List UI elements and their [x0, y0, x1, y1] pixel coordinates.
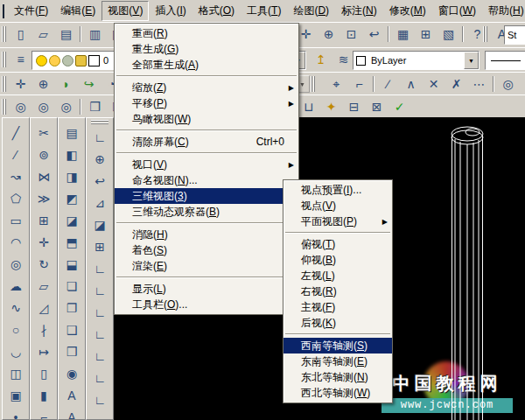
- toolbar-grip[interactable]: [2, 99, 6, 115]
- make-layer-current-icon[interactable]: ↥: [310, 49, 332, 70]
- ucs-z-icon[interactable]: ∟: [88, 367, 111, 388]
- save-file-icon[interactable]: ▤: [55, 24, 77, 45]
- menu-item-消隐[interactable]: 消隐(H): [115, 227, 298, 242]
- menubar-item-i[interactable]: 插入(I): [149, 1, 192, 21]
- menu-item-主视[interactable]: 主视(F): [284, 299, 392, 315]
- clean-icon[interactable]: ✦: [320, 96, 342, 117]
- toolbar-grip[interactable]: [2, 26, 6, 42]
- view-se-iso-icon[interactable]: ❐: [60, 297, 83, 318]
- view-right-icon[interactable]: ◪: [60, 209, 83, 231]
- layer-on-icon[interactable]: [36, 55, 47, 66]
- menu-item-鸟瞰视图[interactable]: 鸟瞰视图(W): [115, 111, 298, 127]
- snap-quadrant-icon[interactable]: ◇: [520, 74, 525, 94]
- ucs-3point-icon[interactable]: ∟: [88, 301, 111, 323]
- menu-item-清除屏幕[interactable]: 清除屏幕(C)Ctrl+0: [115, 134, 298, 150]
- color-combo[interactable]: ByLayer ▼: [353, 51, 480, 70]
- separate-icon[interactable]: ⊟: [343, 96, 365, 117]
- view-bottom-icon[interactable]: ◨: [60, 165, 83, 187]
- snap-endpoint-icon[interactable]: ∕: [377, 74, 399, 94]
- menubar-item-o[interactable]: 格式(O): [192, 1, 241, 21]
- construction-line-icon[interactable]: ⁄: [4, 144, 27, 165]
- menu-item-工具栏[interactable]: 工具栏(O)...: [115, 297, 298, 312]
- zoom-window-green-icon[interactable]: ◗: [55, 74, 77, 94]
- rotate-icon[interactable]: ↻: [32, 253, 55, 275]
- fillet-icon[interactable]: ⌐: [32, 406, 55, 420]
- array-icon[interactable]: ⊞: [32, 209, 55, 231]
- menubar-item-w[interactable]: 窗口(W): [432, 1, 482, 21]
- arc-icon[interactable]: ◠: [4, 231, 27, 253]
- ellipse-arc-icon[interactable]: ◡: [4, 340, 27, 362]
- mirror-icon[interactable]: ⋈: [32, 165, 55, 187]
- zoom-realtime-icon[interactable]: ⊕: [32, 74, 54, 94]
- donut-icon[interactable]: ◎: [32, 96, 54, 117]
- line-icon[interactable]: ╱: [4, 122, 27, 144]
- menu-item-左视[interactable]: 左视(L): [284, 268, 392, 284]
- ucs-face-icon[interactable]: ◪: [88, 214, 111, 235]
- menu-item-仰视[interactable]: 仰视(B): [284, 252, 392, 268]
- make-block-icon[interactable]: ▣: [4, 384, 27, 406]
- menu-item-缩放[interactable]: 缩放(Z)▶: [115, 80, 298, 95]
- check-icon[interactable]: ✓: [388, 96, 410, 117]
- zoom-realtime-icon[interactable]: ⊕: [318, 24, 340, 45]
- print-icon[interactable]: ▥: [84, 24, 106, 45]
- copy-object-icon[interactable]: ⊚: [32, 144, 55, 165]
- new-file-icon[interactable]: ▯: [10, 24, 32, 45]
- view-ne-iso-icon[interactable]: ❑: [60, 318, 83, 340]
- view-front-icon[interactable]: ⬒: [60, 231, 83, 253]
- ucs-x-icon[interactable]: ∟: [88, 323, 111, 345]
- layer-manager-icon[interactable]: ≡: [10, 49, 32, 70]
- view-nw-iso-icon[interactable]: ❒: [60, 340, 83, 362]
- menu-item-重生成[interactable]: 重生成(G): [115, 41, 298, 57]
- toolbar-grip[interactable]: [483, 26, 487, 42]
- polyline-icon[interactable]: ↝: [4, 165, 27, 187]
- erase-icon[interactable]: ✂: [32, 122, 55, 144]
- circle-icon[interactable]: ◎: [4, 253, 27, 275]
- menubar-item-n[interactable]: 标注(N): [335, 1, 383, 21]
- extend-icon[interactable]: ↦: [32, 340, 55, 362]
- menu-item-后视[interactable]: 后视(K): [284, 315, 392, 331]
- view-back-icon[interactable]: ⬓: [60, 253, 83, 275]
- menu-item-三维动态观察器[interactable]: 三维动态观察器(B): [115, 204, 298, 220]
- camera-icon[interactable]: ◉: [60, 362, 83, 384]
- ucs-object-icon[interactable]: ⊿: [88, 192, 111, 214]
- layer-color-icon[interactable]: [88, 55, 100, 66]
- properties-table-icon[interactable]: ⊞: [415, 24, 437, 45]
- dbconnect-icon[interactable]: ▧: [438, 24, 459, 45]
- menubar-item-t[interactable]: 工具(T): [241, 1, 287, 21]
- toolbar-grip[interactable]: [91, 120, 108, 124]
- snap-center-icon[interactable]: ◎: [497, 74, 519, 94]
- menu-item-俯视[interactable]: 俯视(T): [284, 236, 392, 252]
- text-style-b-icon[interactable]: A: [60, 406, 83, 420]
- rectangle-icon[interactable]: ▭: [4, 209, 27, 231]
- stretch-icon[interactable]: ▱: [32, 275, 55, 297]
- toolbar-grip[interactable]: [2, 76, 6, 92]
- menu-item-视口[interactable]: 视口(V)▶: [115, 157, 298, 172]
- color-combo-dropdown[interactable]: ▼: [464, 52, 479, 69]
- toolbar-grip[interactable]: [2, 52, 6, 67]
- zoom-previous-green-icon[interactable]: ↪: [78, 74, 100, 94]
- insert-block-icon[interactable]: ◫: [4, 362, 27, 384]
- named-views-icon[interactable]: ▤: [60, 122, 83, 144]
- menu-item-视点[interactable]: 视点(V): [284, 198, 392, 214]
- ucs-world-icon[interactable]: ⊕: [88, 148, 111, 170]
- scale-icon[interactable]: ◿: [32, 297, 55, 318]
- menu-item-命名视图[interactable]: 命名视图(N)...: [115, 172, 298, 188]
- point-icon[interactable]: •: [4, 406, 27, 420]
- move-icon[interactable]: ✛: [32, 231, 55, 253]
- spline-icon[interactable]: ∿: [4, 297, 27, 318]
- ucs-y-icon[interactable]: ∟: [88, 345, 111, 367]
- ucs-previous-icon[interactable]: ↩: [88, 170, 111, 192]
- box-3d-icon[interactable]: ❒: [84, 96, 106, 117]
- snap-apparent-icon[interactable]: ✗: [445, 74, 467, 94]
- menu-item-显示[interactable]: 显示(L)▶: [115, 281, 298, 297]
- text-style-combo[interactable]: St: [504, 25, 525, 45]
- ucs-apply-icon[interactable]: ∟: [88, 388, 111, 410]
- offset-icon[interactable]: ≫: [32, 187, 55, 209]
- menu-item-东南等轴测[interactable]: 东南等轴测(E): [284, 354, 392, 369]
- snap-track-icon[interactable]: ⌖: [326, 74, 347, 94]
- menu-item-东北等轴测[interactable]: 东北等轴测(N): [284, 369, 392, 385]
- ellipse-icon[interactable]: ○: [4, 318, 27, 340]
- menu-item-渲染[interactable]: 渲染(E)▶: [115, 258, 298, 274]
- menu-item-着色[interactable]: 着色(S)▶: [115, 242, 298, 258]
- menu-item-平移[interactable]: 平移(P)▶: [115, 95, 298, 111]
